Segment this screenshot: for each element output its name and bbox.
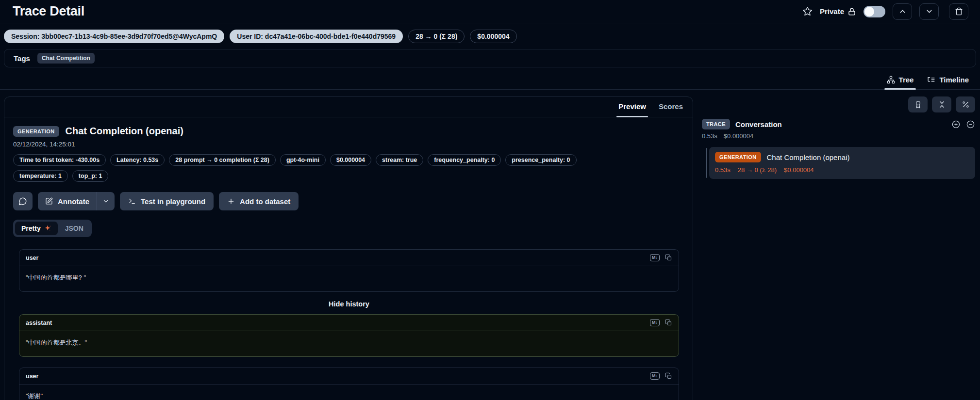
user-id-badge[interactable]: User ID: dc47a41e-06bc-400d-bde1-f0e440d… (230, 30, 403, 43)
bookmark-star-icon[interactable] (802, 6, 813, 16)
page-header: Trace Detail Private (0, 0, 980, 23)
format-pretty-button[interactable]: Pretty (15, 222, 58, 235)
tags-section[interactable]: Tags Chat Competition (4, 49, 976, 67)
trace-type-badge: TRACE (702, 119, 730, 129)
add-to-dataset-button[interactable]: Add to dataset (219, 192, 299, 210)
message-card-user-2: user M↓ "谢谢" (19, 368, 679, 400)
percent-icon (962, 100, 970, 109)
toggle-metrics-button[interactable] (956, 96, 975, 112)
pill-temperature: temperature: 1 (13, 170, 68, 182)
tags-label: Tags (14, 54, 30, 63)
message-header-icons: M↓ (650, 319, 672, 326)
tab-timeline-label: Timeline (939, 76, 969, 84)
collapse-all-button[interactable] (932, 96, 951, 112)
observation-type-badge: GENERATION (13, 126, 59, 137)
collapse-node-icon[interactable] (966, 120, 975, 129)
trace-children: GENERATION Chat Completion (openai) 0.53… (702, 147, 975, 179)
private-label: Private (820, 7, 844, 16)
markdown-toggle-icon[interactable]: M↓ (650, 372, 660, 380)
observation-title: Chat Completion (openai) (66, 126, 183, 137)
comment-bubble-icon (18, 197, 27, 206)
pill-time-to-first-token: Time to first token: -430.00s (13, 154, 106, 166)
message-role: assistant (26, 320, 52, 326)
message-content: "中国的首都是哪里? " (19, 266, 679, 291)
delete-trace-button[interactable] (949, 3, 968, 20)
pill-presence-penalty: presence_penalty: 0 (505, 154, 576, 166)
observation-tree-row-header: GENERATION Chat Completion (openai) (715, 152, 969, 162)
message-content: "中国的首都是北京。" (19, 331, 679, 356)
public-toggle[interactable] (864, 6, 885, 17)
test-in-playground-button[interactable]: Test in playground (120, 192, 214, 210)
markdown-toggle-icon[interactable]: M↓ (650, 254, 660, 261)
annotate-label: Annotate (58, 197, 89, 206)
tree-controls (702, 96, 975, 112)
trace-meta-badges: Session: 3bb00ec7-1b13-4c9b-85ee-3d9d70f… (0, 23, 980, 45)
award-icon (914, 100, 922, 109)
message-card-user-1: user M↓ "中国的首都是哪里? " (19, 249, 679, 292)
format-json-button[interactable]: JSON (59, 222, 90, 235)
session-badge[interactable]: Session: 3bb00ec7-1b13-4c9b-85ee-3d9d70f… (4, 30, 224, 43)
pill-model[interactable]: gpt-4o-mini (280, 154, 326, 166)
header-actions: Private (802, 3, 968, 20)
toggle-knob (864, 7, 874, 16)
message-header-icons: M↓ (650, 372, 672, 380)
markdown-toggle-icon[interactable]: M↓ (650, 319, 660, 326)
observation-tree-metrics: 0.53s 28 → 0 (Σ 28) $0.000004 (715, 166, 969, 174)
expand-all-icon[interactable] (951, 120, 961, 129)
next-trace-button[interactable] (919, 3, 939, 20)
pill-top-p: top_p: 1 (72, 170, 109, 182)
message-card-assistant: assistant M↓ "中国的首都是北京。" (19, 314, 679, 357)
tab-tree[interactable]: Tree (881, 71, 919, 89)
sparkles-icon (45, 225, 51, 232)
tab-timeline[interactable]: Timeline (922, 71, 974, 89)
annotate-dropdown-button[interactable] (97, 192, 115, 210)
toggle-scores-button[interactable] (908, 96, 928, 112)
copy-icon[interactable] (665, 319, 672, 326)
observation-panel: Preview Scores GENERATION Chat Completio… (4, 96, 693, 400)
tree-icon (887, 76, 895, 84)
message-role: user (26, 373, 38, 380)
observation-panel-body: GENERATION Chat Completion (openai) 02/1… (4, 126, 693, 400)
list-tree-icon (927, 76, 935, 84)
trace-root-row[interactable]: TRACE Conversation (702, 119, 975, 129)
pill-stream: stream: true (376, 154, 423, 166)
tab-tree-label: Tree (899, 76, 914, 84)
token-usage-badge: 28 → 0 (Σ 28) (408, 30, 465, 43)
add-to-dataset-label: Add to dataset (240, 197, 290, 206)
pretty-label: Pretty (21, 224, 41, 232)
generation-type-badge: GENERATION (715, 152, 761, 162)
annotate-split-button: Annotate (38, 192, 115, 210)
terminal-icon (128, 197, 136, 205)
chevron-down-icon (925, 7, 933, 16)
pill-cost: $0.000004 (330, 154, 371, 166)
previous-trace-button[interactable] (893, 3, 912, 20)
trace-cost: $0.000004 (724, 132, 753, 140)
observation-tokens: 28 → 0 (Σ 28) (738, 166, 777, 174)
copy-icon[interactable] (665, 372, 672, 380)
edit-icon (45, 197, 53, 205)
chevron-up-icon (898, 7, 907, 16)
annotate-button[interactable]: Annotate (38, 192, 97, 210)
observation-tree-row-selected[interactable]: GENERATION Chat Completion (openai) 0.53… (709, 147, 975, 179)
tab-scores[interactable]: Scores (655, 97, 687, 117)
observation-timestamp: 02/12/2024, 14:25:01 (13, 141, 684, 148)
message-gap (19, 357, 679, 368)
visibility-group: Private (820, 7, 856, 16)
observation-header: GENERATION Chat Completion (openai) (13, 126, 684, 137)
tab-preview[interactable]: Preview (615, 97, 650, 117)
pill-frequency-penalty: frequency_penalty: 0 (428, 154, 501, 166)
tag-chip[interactable]: Chat Competition (37, 53, 95, 64)
observation-cost: $0.000004 (784, 166, 814, 174)
copy-icon[interactable] (665, 254, 672, 261)
comments-button[interactable] (13, 192, 33, 210)
message-header: user M↓ (19, 250, 679, 266)
trace-latency: 0.53s (702, 132, 717, 140)
message-header: user M↓ (19, 368, 679, 384)
message-header-icons: M↓ (650, 254, 672, 261)
observation-tree-title: Chat Completion (openai) (767, 153, 850, 161)
observation-latency: 0.53s (715, 166, 731, 174)
hide-history-button[interactable]: Hide history (19, 300, 679, 308)
chevrons-collapse-icon (938, 100, 946, 109)
message-content: "谢谢" (19, 384, 679, 400)
messages-list: user M↓ "中国的首都是哪里? " Hide history assist… (19, 249, 679, 400)
